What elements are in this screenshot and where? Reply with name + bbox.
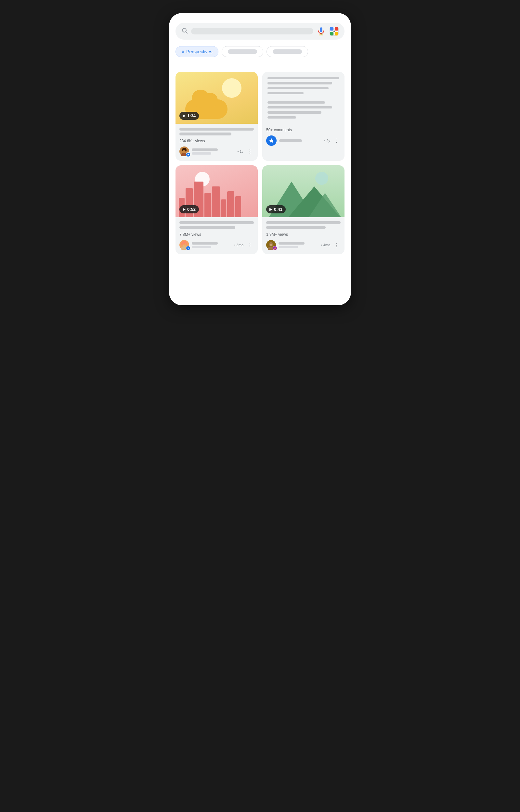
building-4 <box>204 193 211 217</box>
channel-sub-1 <box>192 152 211 155</box>
card-4-avatar: ⚡ <box>266 240 276 250</box>
svg-point-25 <box>181 243 183 245</box>
card-4-footer: ⚡ • 4mo ⋮ <box>266 240 341 250</box>
play-icon-4 <box>269 208 272 211</box>
thumb-text <box>262 72 344 124</box>
search-right-icons <box>316 27 339 36</box>
chip-placeholder-2 <box>228 49 257 54</box>
svg-point-17 <box>182 149 183 151</box>
divider <box>176 65 344 65</box>
card-2-more-icon[interactable]: ⋮ <box>333 137 341 144</box>
play-icon <box>183 114 186 118</box>
building-8 <box>235 196 241 217</box>
lens-icon[interactable] <box>330 27 339 36</box>
card-3-thumbnail: 0:52 <box>176 165 258 217</box>
search-input[interactable] <box>191 28 313 34</box>
channel-name-2 <box>279 139 302 142</box>
card-3-avatar: ♥ <box>179 240 189 250</box>
card-4-channel <box>279 242 318 248</box>
mountain-3 <box>309 193 341 217</box>
card-4-title <box>266 221 341 229</box>
svg-point-24 <box>182 241 186 244</box>
play-icon-3 <box>183 208 186 211</box>
filter-chips: × Perspectives <box>176 46 344 57</box>
card-4-timestamp: • 4mo <box>321 243 330 247</box>
card-4-duration-badge: 0:41 <box>266 205 286 214</box>
card-3-timestamp: • 3mo <box>234 243 243 247</box>
svg-point-31 <box>272 241 275 244</box>
card3-title-1 <box>179 221 254 224</box>
card-2-timestamp: • 2y <box>324 139 330 143</box>
card-4-more-icon[interactable]: ⋮ <box>333 241 341 249</box>
channel-sub-4 <box>279 246 298 248</box>
card-4[interactable]: 0:41 1.9M+ views <box>262 165 344 254</box>
title-line-1 <box>179 128 254 131</box>
card-3-channel <box>192 242 232 248</box>
card-1[interactable]: 1:34 234.6K+ views <box>176 72 258 161</box>
text-line-2 <box>267 82 332 84</box>
card-1-avatar: ♥ <box>179 146 189 156</box>
mic-icon[interactable] <box>316 27 326 36</box>
card-3-body: 7.8M+ views ♥ <box>176 217 258 254</box>
card-1-channel <box>192 148 235 155</box>
chip-close-icon[interactable]: × <box>182 49 184 54</box>
text-line-6 <box>267 106 332 109</box>
card-3-views: 7.8M+ views <box>179 232 254 237</box>
svg-point-11 <box>334 31 335 32</box>
card-1-heart-badge: ♥ <box>186 152 190 157</box>
chip-label: Perspectives <box>186 49 212 54</box>
chip-placeholder-3 <box>273 49 302 54</box>
chip-3[interactable] <box>266 46 308 57</box>
svg-line-1 <box>186 31 187 33</box>
svg-point-26 <box>186 243 187 245</box>
card-1-duration: 1:34 <box>187 113 196 118</box>
text-line-1 <box>267 77 339 79</box>
svg-rect-6 <box>330 27 334 31</box>
card-3-title <box>179 221 254 229</box>
svg-point-18 <box>185 149 186 151</box>
card-2-body: 50+ comments • 2y ⋮ <box>262 124 344 150</box>
svg-rect-7 <box>335 27 338 31</box>
text-line-7 <box>267 111 321 113</box>
card-3-heart-badge: ♥ <box>186 246 190 250</box>
card-2-footer: • 2y ⋮ <box>266 135 341 146</box>
card-2-channel <box>279 139 321 142</box>
card-3[interactable]: 0:52 7.8M+ views <box>176 165 258 254</box>
svg-point-32 <box>270 244 272 246</box>
phone-container: × Perspectives 1:34 <box>169 13 351 305</box>
card-3-duration-badge: 0:52 <box>179 205 199 214</box>
card-4-duration: 0:41 <box>274 207 282 212</box>
chip-perspectives[interactable]: × Perspectives <box>176 46 218 57</box>
card-4-thumbnail: 0:41 <box>262 165 344 217</box>
card-1-timestamp: • 1y <box>237 149 243 153</box>
text-line-5 <box>267 101 325 104</box>
card-2-avatar <box>266 135 277 146</box>
svg-rect-9 <box>335 32 338 35</box>
building-5 <box>212 187 220 217</box>
card-3-more-icon[interactable]: ⋮ <box>246 241 254 249</box>
card-1-title <box>179 128 254 135</box>
building-6 <box>221 199 226 217</box>
channel-name-1 <box>192 148 218 151</box>
cards-grid: 1:34 234.6K+ views <box>176 72 344 254</box>
search-icon <box>181 27 188 35</box>
card-1-thumbnail: 1:34 <box>176 72 258 124</box>
building-7 <box>227 191 234 217</box>
channel-name-4 <box>279 242 305 245</box>
chip-2[interactable] <box>222 46 263 57</box>
card-2-comments: 50+ comments <box>266 128 341 132</box>
card-4-views: 1.9M+ views <box>266 232 341 237</box>
search-bar[interactable] <box>176 23 344 39</box>
svg-rect-8 <box>330 32 334 35</box>
card3-title-2 <box>179 226 235 229</box>
card-1-footer: ♥ • 1y ⋮ <box>179 146 254 156</box>
card-2-thumbnail <box>262 72 344 124</box>
card-1-body: 234.6K+ views ♥ <box>176 124 258 161</box>
card-4-body: 1.9M+ views ⚡ <box>262 217 344 254</box>
card4-title-2 <box>266 226 326 229</box>
svg-marker-19 <box>269 138 274 143</box>
card-1-more-icon[interactable]: ⋮ <box>246 148 254 155</box>
card-2[interactable]: 50+ comments • 2y ⋮ <box>262 72 344 161</box>
text-line-8 <box>267 116 296 118</box>
sun-shape <box>222 78 241 98</box>
